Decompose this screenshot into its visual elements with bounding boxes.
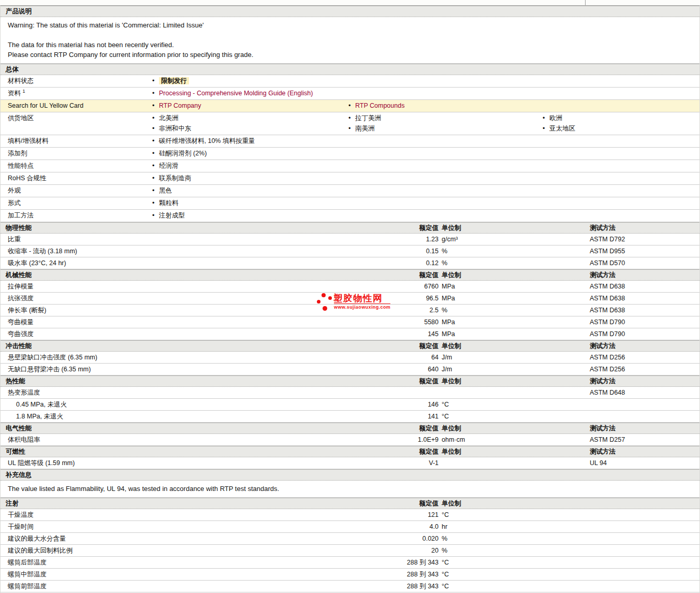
bullet-icon: • <box>152 76 159 86</box>
test-method: ASTM D256 <box>590 352 700 363</box>
bullet-cell <box>543 136 699 146</box>
section-header: 冲击性能额定值单位制测试方法 <box>1 340 699 352</box>
table-row: UL 阻燃等级 (1.59 mm)V-1UL 94 <box>1 457 699 469</box>
bullet-cell <box>543 76 699 86</box>
section-header: 电气性能额定值单位制测试方法 <box>1 423 699 434</box>
datasheet-sections: 产品说明Warning: The status of this material… <box>1 6 699 593</box>
table-row: Search for UL Yellow Card•RTP Company•RT… <box>1 100 699 112</box>
list-item: •欧洲 <box>543 113 699 123</box>
property-label: 螺筒前部温度 <box>1 581 332 592</box>
property-value: 6760 <box>332 281 439 292</box>
property-label-text: Search for UL Yellow Card <box>8 102 83 109</box>
bullet-cell: •经润滑 <box>152 161 348 171</box>
property-unit: % <box>439 257 590 269</box>
property-label-text: 性能特点 <box>8 162 34 169</box>
property-label: 材料状态 <box>1 76 152 86</box>
table-row: 添加剂•硅酮润滑剂 (2%) <box>1 148 699 160</box>
property-label: 拉伸模量 <box>1 281 332 292</box>
property-label-text: 加工方法 <box>8 212 34 219</box>
test-method <box>590 533 700 544</box>
bullet-cell: •联系制造商 <box>152 173 348 183</box>
property-label: 性能特点 <box>1 161 152 171</box>
property-label: 体积电阻率 <box>1 434 332 445</box>
link[interactable]: RTP Compounds <box>355 102 404 109</box>
bullet-cell: •拉丁美洲•南美洲 <box>348 113 543 134</box>
value-text: 联系制造商 <box>159 175 192 182</box>
property-value: 288 到 343 <box>332 569 439 580</box>
property-value: 0.12 <box>332 257 439 269</box>
link[interactable]: RTP Company <box>159 102 201 109</box>
section-title: 注射 <box>1 498 332 509</box>
test-method: ASTM D790 <box>590 328 700 340</box>
list-item: •非洲和中东 <box>152 123 348 134</box>
table-row: 拉伸模量6760MPaASTM D638 <box>1 281 699 293</box>
property-value: V-1 <box>332 457 439 469</box>
table-row: 干燥时间4.0hr <box>1 521 699 533</box>
section-title: 热性能 <box>1 376 332 386</box>
bullet-cell: •颗粒料 <box>152 198 348 208</box>
column-header-rated-value: 额定值 <box>332 498 439 509</box>
property-label: 填料/增强材料 <box>1 136 152 146</box>
section-title: 产品说明 <box>1 6 699 17</box>
property-unit: % <box>439 245 590 257</box>
property-unit: hr <box>439 521 590 532</box>
table-row: 热变形温度ASTM D648 <box>1 387 699 399</box>
section-text-block: Warning: The status of this material is … <box>1 17 699 64</box>
property-unit: °C <box>439 569 590 580</box>
property-value: 288 到 343 <box>332 581 439 592</box>
top-border-tick <box>585 0 586 5</box>
table-row: 无缺口悬臂梁冲击 (6.35 mm)640J/mASTM D256 <box>1 364 699 375</box>
property-unit: % <box>439 305 590 316</box>
bullet-icon: • <box>543 123 549 134</box>
bullet-cell <box>543 198 699 208</box>
property-label: Search for UL Yellow Card <box>1 100 152 111</box>
bullet-cell: •硅酮润滑剂 (2%) <box>152 148 348 158</box>
section-text-block: The value listed as Flammability, UL 94,… <box>1 481 699 498</box>
column-header-test-method: 测试方法 <box>590 376 700 386</box>
list-item: •联系制造商 <box>152 173 348 183</box>
table-row: 建议的最大水分含量0.020% <box>1 533 699 545</box>
test-method: ASTM D256 <box>590 364 700 375</box>
property-label: 供货地区 <box>1 113 152 134</box>
bullet-icon: • <box>152 88 159 98</box>
text-line: Please contact RTP Company for current i… <box>8 50 699 60</box>
list-item: •限制发行 <box>152 76 348 86</box>
property-label: 干燥时间 <box>1 521 332 532</box>
table-row: 螺筒前部温度288 到 343°C <box>1 581 699 592</box>
value-text: 北美洲 <box>159 114 179 122</box>
table-row: 1.8 MPa, 未退火141°C <box>1 411 699 423</box>
column-header-unit-system: 单位制 <box>439 376 590 386</box>
column-header-unit-system: 单位制 <box>439 498 590 509</box>
bullet-cell: •注射成型 <box>152 210 348 221</box>
property-value: 64 <box>332 352 439 363</box>
bullet-cell <box>543 148 699 158</box>
list-item: •经润滑 <box>152 161 348 171</box>
bullet-icon: • <box>543 113 549 123</box>
property-value: 141 <box>332 411 439 422</box>
bullet-cell <box>348 161 543 171</box>
table-row: 供货地区•北美洲•非洲和中东•拉丁美洲•南美洲•欧洲•亚太地区 <box>1 112 699 135</box>
test-method: ASTM D638 <box>590 293 700 304</box>
table-row: 悬壁梁缺口冲击强度 (6.35 mm)64J/mASTM D256 <box>1 352 699 364</box>
text-line-spacer <box>8 30 699 40</box>
table-row: 体积电阻率1.0E+9ohm·cmASTM D257 <box>1 434 699 446</box>
value-text: 限制发行 <box>159 77 189 84</box>
property-label: 螺筒后部温度 <box>1 557 332 568</box>
list-item: •硅酮润滑剂 (2%) <box>152 148 348 158</box>
table-row: 螺筒中部温度288 到 343°C <box>1 569 699 581</box>
list-item: •黑色 <box>152 185 348 196</box>
bullet-icon: • <box>152 210 159 221</box>
property-label: 抗张强度 <box>1 293 332 304</box>
table-row: 螺筒后部温度288 到 343°C <box>1 557 699 569</box>
bullet-cell <box>543 100 699 111</box>
property-unit: MPa <box>439 328 590 340</box>
property-value: 288 到 343 <box>332 557 439 568</box>
value-text: 非洲和中东 <box>159 125 192 132</box>
link[interactable]: Processing - Comprehensive Molding Guide… <box>159 90 313 97</box>
bullet-icon: • <box>152 100 159 111</box>
table-row: 收缩率 - 流动 (3.18 mm)0.15%ASTM D955 <box>1 245 699 257</box>
bullet-cell <box>543 88 699 98</box>
bullet-cell <box>348 148 543 158</box>
bullet-cell <box>348 173 543 183</box>
column-header-rated-value: 额定值 <box>332 223 439 233</box>
